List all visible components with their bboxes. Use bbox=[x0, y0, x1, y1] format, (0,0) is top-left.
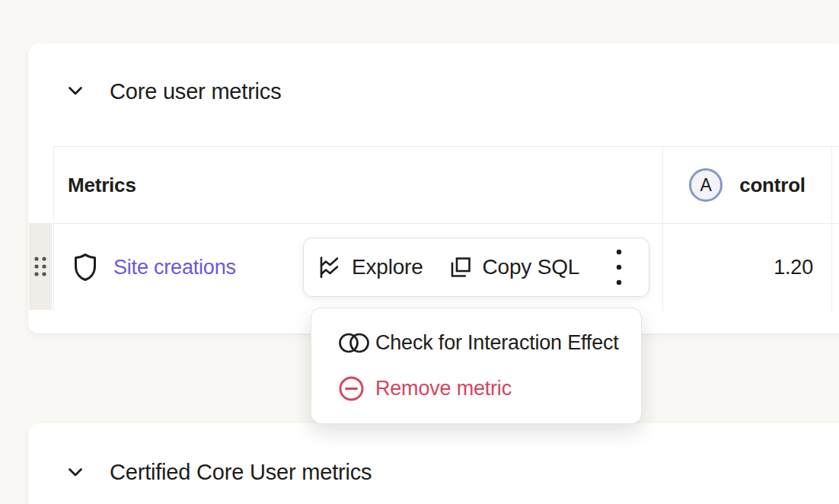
chevron-down-icon bbox=[66, 463, 85, 481]
explore-button[interactable]: Explore bbox=[317, 255, 423, 279]
certified-section-title: Certified Core User metrics bbox=[110, 459, 372, 485]
explore-label: Explore bbox=[352, 255, 423, 279]
row-actions-menu: Check for Interaction Effect Remove metr… bbox=[311, 308, 642, 424]
remove-metric-label: Remove metric bbox=[375, 377, 512, 400]
copy-icon bbox=[449, 256, 472, 279]
metrics-header-label: Metrics bbox=[68, 174, 136, 197]
chevron-down-icon bbox=[66, 81, 85, 100]
next-value-cell-partial bbox=[832, 224, 839, 311]
control-column-header: A control bbox=[663, 147, 832, 224]
remove-metric-menu-item[interactable]: Remove metric bbox=[330, 372, 623, 406]
metric-row-toolbar: Explore Copy SQL bbox=[303, 238, 649, 297]
collapse-core-section-button[interactable] bbox=[65, 81, 85, 100]
minus-circle-icon bbox=[339, 376, 375, 401]
row-drag-handle[interactable] bbox=[29, 223, 52, 310]
control-value: 1.20 bbox=[774, 256, 813, 279]
certified-metrics-card: Certified Core User metrics bbox=[28, 423, 839, 504]
control-header-label: control bbox=[739, 174, 806, 197]
next-column-header-partial bbox=[832, 147, 839, 224]
row-more-actions-button[interactable] bbox=[608, 247, 630, 288]
drag-handle-icon bbox=[33, 256, 47, 277]
collapse-certified-section-button[interactable] bbox=[65, 462, 85, 482]
check-interaction-effect-menu-item[interactable]: Check for Interaction Effect bbox=[330, 327, 623, 360]
copy-sql-label: Copy SQL bbox=[483, 255, 580, 279]
metrics-column-header: Metrics bbox=[54, 147, 663, 224]
check-interaction-effect-label: Check for Interaction Effect bbox=[375, 331, 619, 355]
shield-icon bbox=[73, 253, 97, 282]
metric-name-link[interactable]: Site creations bbox=[113, 256, 236, 279]
control-value-cell: 1.20 bbox=[663, 224, 832, 311]
variant-a-badge: A bbox=[689, 168, 723, 202]
copy-sql-button[interactable]: Copy SQL bbox=[449, 255, 580, 279]
core-section-title: Core user metrics bbox=[110, 78, 281, 104]
experiment-metrics-screen: Core user metrics Metrics A control Site… bbox=[0, 0, 839, 504]
venn-circles-icon bbox=[339, 333, 375, 353]
line-chart-icon bbox=[317, 255, 341, 279]
kebab-menu-icon bbox=[616, 249, 622, 285]
